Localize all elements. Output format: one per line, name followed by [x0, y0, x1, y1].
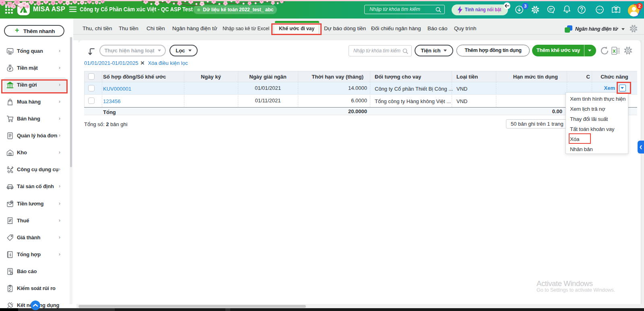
svg-text:X: X	[613, 49, 616, 54]
